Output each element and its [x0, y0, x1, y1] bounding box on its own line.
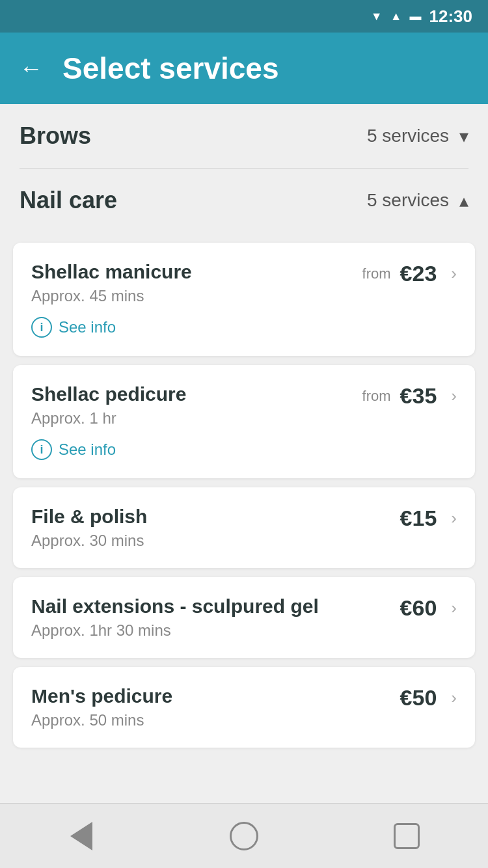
section-nailcare-right: 5 services ▴ [367, 190, 468, 211]
service-duration-nail-extensions: Approx. 1hr 30 mins [31, 621, 400, 640]
see-info-label-shellac-manicure: See info [59, 318, 116, 336]
nav-back-button[interactable] [62, 817, 101, 856]
service-card-top: Shellac manicure Approx. 45 mins from €2… [31, 261, 457, 305]
service-duration-shellac-manicure: Approx. 45 mins [31, 287, 362, 305]
back-button[interactable]: ← [20, 55, 43, 82]
service-name-mens-pedicure: Men's pedicure [31, 685, 400, 707]
service-card-nail-extensions[interactable]: Nail extensions - sculpured gel Approx. … [13, 577, 475, 658]
service-card-top: File & polish Approx. 30 mins €15 › [31, 506, 457, 550]
service-info: Shellac manicure Approx. 45 mins [31, 261, 362, 305]
price-nail-extensions: €60 [400, 595, 437, 621]
home-nav-icon [230, 822, 258, 850]
service-price-area-shellac-manicure: from €23 › [362, 261, 457, 286]
chevron-right-icon: › [451, 264, 457, 284]
service-info: Shellac pedicure Approx. 1 hr [31, 383, 362, 427]
nav-recents-button[interactable] [387, 817, 426, 856]
service-name-shellac-pedicure: Shellac pedicure [31, 383, 362, 405]
service-duration-file-polish: Approx. 30 mins [31, 532, 400, 550]
section-brows-title: Brows [20, 122, 91, 150]
info-icon-shellac-pedicure: i [31, 439, 52, 460]
chevron-up-icon: ▴ [459, 190, 468, 211]
services-list: Shellac manicure Approx. 45 mins from €2… [0, 232, 488, 758]
service-name-file-polish: File & polish [31, 506, 400, 528]
price-file-polish: €15 [400, 506, 437, 531]
service-price-area-shellac-pedicure: from €35 › [362, 383, 457, 409]
section-brows-right: 5 services ▾ [367, 126, 468, 147]
service-price-area-nail-extensions: €60 › [400, 595, 457, 621]
chevron-right-icon: › [451, 688, 457, 708]
service-card-top: Men's pedicure Approx. 50 mins €50 › [31, 685, 457, 729]
service-duration-mens-pedicure: Approx. 50 mins [31, 711, 400, 729]
price-mens-pedicure: €50 [400, 685, 437, 711]
service-name-shellac-manicure: Shellac manicure [31, 261, 362, 283]
status-bar: ▼ ▲ ▬ 12:30 [0, 0, 488, 33]
chevron-down-icon: ▾ [459, 126, 468, 147]
battery-icon: ▬ [410, 10, 422, 23]
section-nailcare-count: 5 services [367, 190, 449, 211]
service-card-shellac-pedicure[interactable]: Shellac pedicure Approx. 1 hr from €35 ›… [13, 365, 475, 478]
service-price-area-file-polish: €15 › [400, 506, 457, 531]
recents-nav-icon [394, 823, 420, 849]
service-info: Men's pedicure Approx. 50 mins [31, 685, 400, 729]
chevron-right-icon: › [451, 386, 457, 406]
status-time: 12:30 [429, 7, 473, 27]
from-text-shellac-manicure: from [362, 265, 391, 282]
chevron-right-icon: › [451, 508, 457, 528]
see-info-shellac-manicure[interactable]: i See info [31, 317, 457, 338]
price-shellac-pedicure: €35 [400, 383, 437, 409]
content: Brows 5 services ▾ Nail care 5 services … [0, 104, 488, 823]
bottom-nav [0, 803, 488, 868]
service-info: Nail extensions - sculpured gel Approx. … [31, 595, 400, 640]
app-bar: ← Select services [0, 33, 488, 104]
page-title: Select services [62, 51, 279, 86]
see-info-shellac-pedicure[interactable]: i See info [31, 439, 457, 460]
service-duration-shellac-pedicure: Approx. 1 hr [31, 409, 362, 427]
signal-icon: ▲ [390, 10, 402, 23]
service-card-file-polish[interactable]: File & polish Approx. 30 mins €15 › [13, 487, 475, 568]
section-nailcare-header[interactable]: Nail care 5 services ▴ [0, 169, 488, 232]
nav-home-button[interactable] [224, 817, 264, 856]
section-nailcare-title: Nail care [20, 187, 117, 214]
section-brows-count: 5 services [367, 126, 449, 146]
wifi-icon: ▼ [371, 10, 383, 23]
service-card-top: Nail extensions - sculpured gel Approx. … [31, 595, 457, 640]
service-card-top: Shellac pedicure Approx. 1 hr from €35 › [31, 383, 457, 427]
section-brows-header[interactable]: Brows 5 services ▾ [0, 104, 488, 168]
service-card-mens-pedicure[interactable]: Men's pedicure Approx. 50 mins €50 › [13, 667, 475, 748]
chevron-right-icon: › [451, 598, 457, 618]
service-card-shellac-manicure[interactable]: Shellac manicure Approx. 45 mins from €2… [13, 243, 475, 356]
from-text-shellac-pedicure: from [362, 388, 391, 405]
back-nav-icon [70, 822, 92, 850]
price-shellac-manicure: €23 [400, 261, 437, 286]
service-info: File & polish Approx. 30 mins [31, 506, 400, 550]
service-price-area-mens-pedicure: €50 › [400, 685, 457, 711]
service-name-nail-extensions: Nail extensions - sculpured gel [31, 595, 400, 617]
see-info-label-shellac-pedicure: See info [59, 441, 116, 459]
info-icon-shellac-manicure: i [31, 317, 52, 338]
